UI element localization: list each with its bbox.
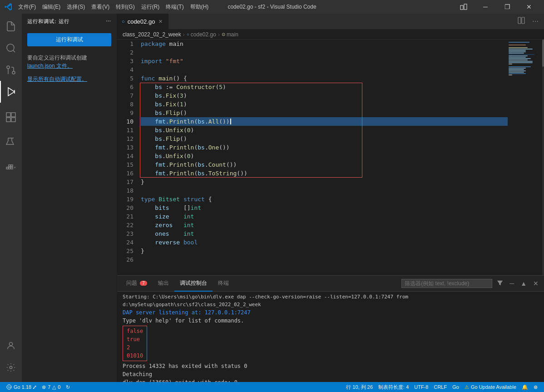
panel-tab-problems[interactable]: 问题 7 xyxy=(121,276,153,292)
status-sync[interactable]: ↻ xyxy=(63,382,73,392)
terminal-output: Starting: C:\Users\msi\go\bin\dlv.exe da… xyxy=(117,292,544,382)
window-close-button[interactable]: ✕ xyxy=(519,0,539,14)
code-editor[interactable]: 1234 5678 9101112 13141516 17181920 2122… xyxy=(117,40,544,275)
titlebar: 文件(F) 编辑(E) 选择(S) 查看(V) 转到(G) 运行(R) 终端(T… xyxy=(0,0,544,14)
tab-filename: code02.go xyxy=(128,18,155,25)
warning-triangle-icon: ⚠ xyxy=(465,384,469,390)
tab-close-button[interactable]: ✕ xyxy=(158,18,163,25)
code-line: bs.Unfix(0) xyxy=(141,152,508,160)
minimap-scrollbar-thumb[interactable] xyxy=(542,40,544,67)
activity-account-icon[interactable] xyxy=(0,335,22,357)
code-line: bs.Flip() xyxy=(141,134,508,143)
launch-json-link[interactable]: launch.json 文件。 xyxy=(27,63,73,69)
warning-icon: △ xyxy=(52,384,56,390)
status-notifications[interactable]: 🔔 xyxy=(519,382,531,392)
tab-bar: ○ code02.go ✕ ⋯ xyxy=(117,14,544,30)
svg-rect-22 xyxy=(522,17,524,24)
window-layout-icon[interactable] xyxy=(453,0,474,14)
go-file-icon: ○ xyxy=(122,19,125,24)
panel-filter-icon[interactable] xyxy=(495,278,505,289)
menu-select[interactable]: 选择(S) xyxy=(64,2,88,12)
status-language[interactable]: Go xyxy=(450,382,462,392)
menu-run[interactable]: 运行(R) xyxy=(138,2,163,12)
panel-tab-output[interactable]: 输出 xyxy=(153,276,174,292)
activity-source-control-icon[interactable] xyxy=(0,59,22,81)
svg-rect-1 xyxy=(464,4,467,10)
window-maximize-button[interactable]: ❐ xyxy=(497,0,518,14)
svg-point-5 xyxy=(7,66,10,69)
breadcrumb-file[interactable]: ○ code02.go xyxy=(187,31,216,38)
code-line: size int xyxy=(141,212,508,221)
status-go-update[interactable]: ⚠ Go Update Available xyxy=(462,382,519,392)
code-line: ones int xyxy=(141,229,508,238)
error-icon: ⊗ xyxy=(42,384,46,390)
code-line: fmt.Println(bs.Count()) xyxy=(141,160,508,169)
filter-input[interactable] xyxy=(401,279,492,288)
svg-rect-11 xyxy=(6,118,10,122)
more-actions-icon[interactable]: ⋯ xyxy=(530,16,540,27)
svg-marker-7 xyxy=(8,88,15,96)
svg-rect-9 xyxy=(6,113,10,117)
menu-terminal[interactable]: 终端(T) xyxy=(163,2,186,12)
breadcrumb-symbol[interactable]: ⊙ main xyxy=(222,31,238,38)
panel-tab-terminal[interactable]: 终端 xyxy=(213,276,234,292)
code-line xyxy=(141,48,508,57)
activity-extensions-icon[interactable] xyxy=(0,106,22,128)
activity-settings-icon[interactable] xyxy=(0,357,22,378)
menu-edit[interactable]: 编辑(E) xyxy=(40,2,63,12)
show-configs-link[interactable]: 显示所有自动调试配置。 xyxy=(22,74,117,85)
status-errors-icon[interactable]: ⊗ xyxy=(531,382,540,392)
svg-rect-21 xyxy=(518,17,521,24)
panel-tab-debug-console[interactable]: 调试控制台 xyxy=(174,276,213,292)
status-cursor-position[interactable]: 行 10, 列 26 xyxy=(343,382,376,392)
bottom-panel: 问题 7 输出 调试控制台 终端 ─ ▲ xyxy=(117,275,544,382)
output-line-true: true xyxy=(127,335,143,343)
sidebar-header: 运行和调试: 运行 ⋯ xyxy=(22,14,117,30)
breadcrumb-folder[interactable]: class_2022_02_2_week xyxy=(123,31,181,38)
activity-test-icon[interactable] xyxy=(0,132,22,154)
menu-help[interactable]: 帮助(H) xyxy=(188,2,212,12)
activity-search-icon[interactable] xyxy=(0,37,22,59)
sidebar-more-icon[interactable]: ⋯ xyxy=(106,19,111,25)
activity-run-debug-icon[interactable] xyxy=(0,81,22,103)
svg-line-3 xyxy=(13,50,15,52)
tab-code02-go[interactable]: ○ code02.go ✕ xyxy=(117,14,168,29)
panel-collapse-icon[interactable]: ─ xyxy=(508,278,516,289)
code-line: fmt.Println(bs.One()) xyxy=(141,143,508,152)
run-debug-button[interactable]: 运行和调试 xyxy=(27,33,111,46)
sidebar-title: 运行和调试: 运行 xyxy=(27,18,69,25)
split-editor-icon[interactable] xyxy=(516,15,527,27)
editor-area: ○ code02.go ✕ ⋯ class_2022_02_2_week › ○… xyxy=(117,14,544,382)
svg-rect-10 xyxy=(11,113,15,117)
status-go-version[interactable]: Go Go 1.18 ⑇ xyxy=(4,382,39,392)
titlebar-left: 文件(F) 编辑(E) 选择(S) 查看(V) 转到(G) 运行(R) 终端(T… xyxy=(5,2,211,12)
sidebar-description: 要自定义运行和调试创建launch.json 文件。 xyxy=(22,50,117,74)
svg-rect-15 xyxy=(9,167,10,169)
activity-explorer-icon[interactable] xyxy=(0,15,22,37)
panel-tab-bar: 问题 7 输出 调试控制台 终端 ─ ▲ xyxy=(117,276,544,292)
titlebar-controls: ─ ❐ ✕ xyxy=(453,0,539,14)
status-problems[interactable]: ⊗ 7 △ 0 xyxy=(39,382,63,392)
output-line-false: false xyxy=(127,327,143,335)
status-line-ending[interactable]: CRLF xyxy=(431,382,450,392)
panel-tab-problems-label: 问题 xyxy=(126,279,137,287)
svg-rect-12 xyxy=(11,118,15,122)
status-encoding[interactable]: UTF-8 xyxy=(411,382,431,392)
terminal-line: Type 'dlv help' for list of commands. xyxy=(123,317,539,325)
menu-file[interactable]: 文件(F) xyxy=(15,2,39,12)
code-line: } xyxy=(141,247,508,255)
panel-tab-output-label: 输出 xyxy=(158,279,169,287)
window-minimize-button[interactable]: ─ xyxy=(475,0,496,14)
code-line: } xyxy=(141,178,508,186)
breadcrumb: class_2022_02_2_week › ○ code02.go › ⊙ m… xyxy=(117,30,544,40)
panel-maximize-icon[interactable]: ▲ xyxy=(519,278,529,289)
code-line: fmt.Println(bs.ToString()) xyxy=(141,169,508,178)
panel-close-icon[interactable]: ✕ xyxy=(531,278,540,289)
menu-goto[interactable]: 转到(G) xyxy=(113,2,137,12)
menu-view[interactable]: 查看(V) xyxy=(89,2,112,12)
status-tab-size[interactable]: 制表符长度: 4 xyxy=(376,382,411,392)
activity-docker-icon[interactable] xyxy=(0,157,22,179)
svg-rect-14 xyxy=(6,167,8,169)
line-numbers: 1234 5678 9101112 13141516 17181920 2122… xyxy=(117,40,137,275)
code-line: bs := Constructor(5) xyxy=(141,83,508,91)
